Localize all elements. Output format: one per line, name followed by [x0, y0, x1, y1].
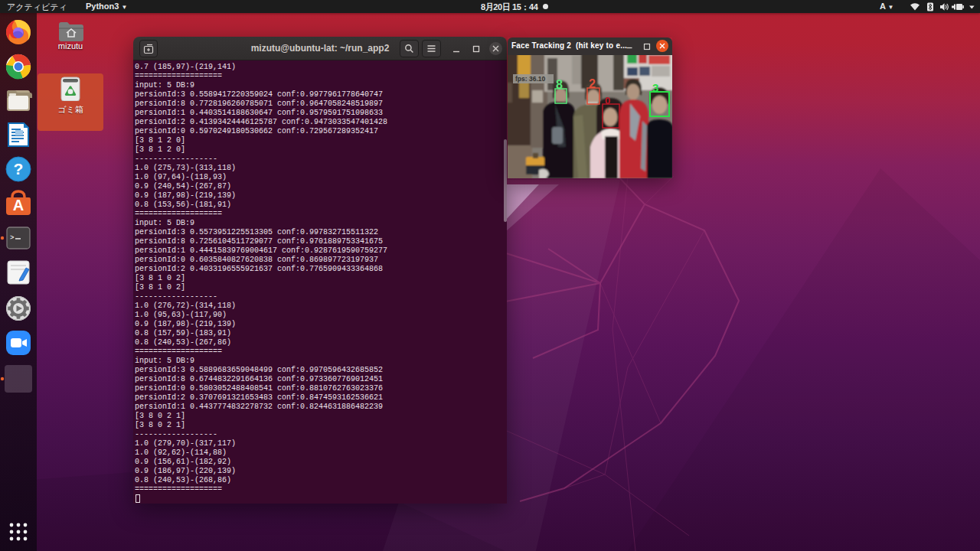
svg-text:?: ?: [14, 160, 24, 178]
svg-text:0: 0: [605, 95, 610, 106]
svg-text:fps: 36.10: fps: 36.10: [515, 75, 545, 83]
svg-text:>: >: [10, 234, 14, 242]
svg-text:3: 3: [652, 81, 658, 94]
svg-text:8: 8: [556, 78, 563, 91]
svg-text:A: A: [13, 197, 24, 214]
svg-text:2: 2: [589, 77, 596, 90]
